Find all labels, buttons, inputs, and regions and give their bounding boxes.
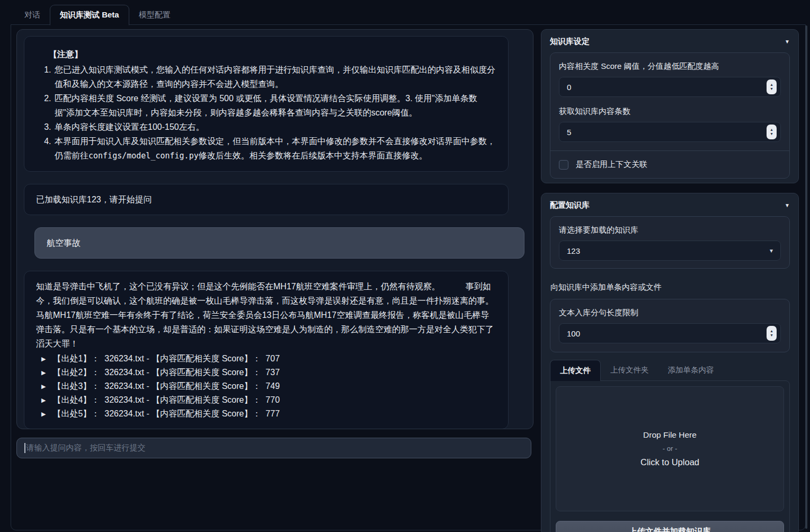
number-spinner[interactable]: ▴▾ (767, 326, 777, 341)
context-checkbox-label: 是否启用上下文关联 (576, 159, 647, 170)
triangle-right-icon: ▶ (41, 407, 46, 421)
answer-text: 知道是导弹击中飞机了，这个已没有异议；但是这个先例能否在MH17航班空难案件审理… (36, 279, 496, 351)
split-length-input[interactable] (559, 323, 781, 343)
bot-loaded-message: 已加载知识库123，请开始提问 (24, 184, 509, 215)
source-toggle[interactable]: ▶【出处5】： 326234.txt - 【内容匹配相关度 Score】： 77… (36, 407, 496, 421)
dropzone-line3: Click to Upload (640, 457, 699, 467)
kb-config-panel: 配置知识库 ▼ 请选择要加载的知识库 123 ▾ 向知识库中添加单条内容或文件 (541, 193, 799, 532)
upload-and-load-button[interactable]: 上传文件并加载知识库 (556, 521, 784, 532)
topk-input[interactable] (559, 122, 781, 142)
left-column: 【注意】 您已进入知识库测试模式，您输入的任何对话内容都将用于进行知识库查询，并… (16, 29, 533, 530)
context-checkbox-row[interactable]: 是否启用上下文关联 (550, 151, 789, 178)
source-toggle[interactable]: ▶【出处2】： 326234.txt - 【内容匹配相关度 Score】： 73… (36, 366, 496, 379)
source-text: 【出处5】： 326234.txt - 【内容匹配相关度 Score】： 777 (52, 407, 280, 421)
tab-model-config[interactable]: 模型配置 (129, 5, 180, 25)
notice-item: 单条内容长度建议设置在100-150左右。 (54, 120, 496, 134)
kb-select-dropdown[interactable]: 123 ▾ (559, 241, 781, 261)
dropzone-line1: Drop File Here (643, 430, 697, 440)
tab-add-single-content[interactable]: 添加单条内容 (658, 360, 724, 380)
kb-config-header[interactable]: 配置知识库 ▼ (541, 193, 798, 216)
source-toggle[interactable]: ▶【出处4】： 326234.txt - 【内容匹配相关度 Score】： 77… (36, 393, 496, 407)
notice-title: 【注意】 (49, 47, 496, 61)
kb-select-label: 请选择要加载的知识库 (559, 225, 781, 235)
kb-settings-header[interactable]: 知识库设定 ▼ (541, 30, 798, 52)
main-tab-nav: 对话 知识库测试 Beta 模型配置 (11, 5, 806, 25)
spinner-down-icon: ▾ (770, 87, 772, 91)
dropzone-line2: - or - (663, 445, 677, 453)
tab-upload-file[interactable]: 上传文件 (550, 360, 601, 381)
bot-answer-message: 知道是导弹击中飞机了，这个已没有异议；但是这个先例能否在MH17航班空难案件审理… (24, 271, 509, 429)
score-threshold-label: 内容相关度 Score 阈值，分值越低匹配度越高 (559, 61, 781, 72)
upload-tab-content: Drop File Here - or - Click to Upload 上传… (550, 380, 790, 532)
source-text: 【出处3】： 326234.txt - 【内容匹配相关度 Score】： 749 (52, 379, 280, 393)
tab-kb-test[interactable]: 知识库测试 Beta (50, 5, 129, 25)
triangle-right-icon: ▶ (41, 352, 46, 366)
file-dropzone[interactable]: Drop File Here - or - Click to Upload (556, 386, 784, 511)
triangle-right-icon: ▶ (41, 393, 46, 407)
notice-item: 您已进入知识库测试模式，您输入的任何对话内容都将用于进行知识库查询，并仅输出知识… (54, 63, 496, 91)
config-path-code: configs/model_config.py (88, 151, 199, 161)
kb-test-tab-content: 【注意】 您已进入知识库测试模式，您输入的任何对话内容都将用于进行知识库查询，并… (11, 25, 806, 530)
kb-select-group: 请选择要加载的知识库 123 ▾ (550, 216, 790, 269)
topk-label: 获取知识库内容条数 (559, 107, 781, 117)
kb-select-value: 123 (567, 246, 580, 255)
number-spinner[interactable]: ▴▾ (767, 79, 777, 94)
right-column: 知识库设定 ▼ 内容相关度 Score 阈值，分值越低匹配度越高 ▴▾ 获取知识… (541, 29, 799, 530)
source-text: 【出处2】： 326234.txt - 【内容匹配相关度 Score】： 737 (52, 366, 280, 379)
chevron-down-icon: ▾ (770, 247, 773, 254)
notice-message: 【注意】 您已进入知识库测试模式，您输入的任何对话内容都将用于进行知识库查询，并… (24, 36, 509, 172)
chatbot-panel[interactable]: 【注意】 您已进入知识库测试模式，您输入的任何对话内容都将用于进行知识库查询，并… (16, 29, 533, 429)
context-checkbox[interactable] (559, 160, 568, 170)
kb-settings-panel: 知识库设定 ▼ 内容相关度 Score 阈值，分值越低匹配度越高 ▴▾ 获取知识… (541, 29, 799, 183)
source-toggle[interactable]: ▶【出处3】： 326234.txt - 【内容匹配相关度 Score】： 74… (36, 379, 496, 393)
triangle-right-icon: ▶ (41, 366, 46, 379)
split-length-label: 文本入库分句长度限制 (559, 308, 781, 318)
number-spinner[interactable]: ▴▾ (767, 125, 777, 139)
user-message: 航空事故 (34, 227, 524, 259)
add-content-label: 向知识库中添加单条内容或文件 (550, 282, 789, 292)
triangle-right-icon: ▶ (41, 379, 46, 393)
query-input[interactable]: 请输入提问内容，按回车进行提交 (16, 438, 531, 458)
tab-upload-folder[interactable]: 上传文件夹 (601, 360, 658, 380)
notice-item: 匹配内容相关度 Score 经测试，建议设置为 500 或更低，具体设置情况请结… (54, 91, 496, 120)
source-text: 【出处1】： 326234.txt - 【内容匹配相关度 Score】： 707 (52, 352, 280, 366)
score-threshold-input[interactable] (559, 77, 781, 97)
kb-config-title: 配置知识库 (550, 200, 590, 210)
split-length-group: 文本入库分句长度限制 ▴▾ (550, 299, 790, 352)
source-text: 【出处4】： 326234.txt - 【内容匹配相关度 Score】： 770 (52, 393, 280, 407)
collapse-icon: ▼ (785, 202, 790, 208)
upload-tab-nav: 上传文件 上传文件夹 添加单条内容 (550, 360, 790, 380)
source-toggle[interactable]: ▶【出处1】： 326234.txt - 【内容匹配相关度 Score】： 70… (36, 352, 496, 366)
tab-chat[interactable]: 对话 (15, 5, 50, 25)
notice-list: 您已进入知识库测试模式，您输入的任何对话内容都将用于进行知识库查询，并仅输出知识… (36, 63, 496, 163)
source-list: ▶【出处1】： 326234.txt - 【内容匹配相关度 Score】： 70… (36, 352, 496, 421)
text-caret (24, 443, 25, 453)
kb-settings-group: 内容相关度 Score 阈值，分值越低匹配度越高 ▴▾ 获取知识库内容条数 ▴▾ (550, 52, 790, 179)
query-input-placeholder: 请输入提问内容，按回车进行提交 (26, 443, 146, 453)
collapse-icon: ▼ (785, 39, 790, 45)
notice-item: 本界面用于知识入库及知识匹配相关参数设定，但当前版本中，本界面中修改的参数并不会… (54, 134, 496, 163)
spinner-down-icon: ▾ (770, 333, 772, 338)
spinner-down-icon: ▾ (770, 132, 772, 136)
kb-settings-title: 知识库设定 (550, 37, 590, 47)
